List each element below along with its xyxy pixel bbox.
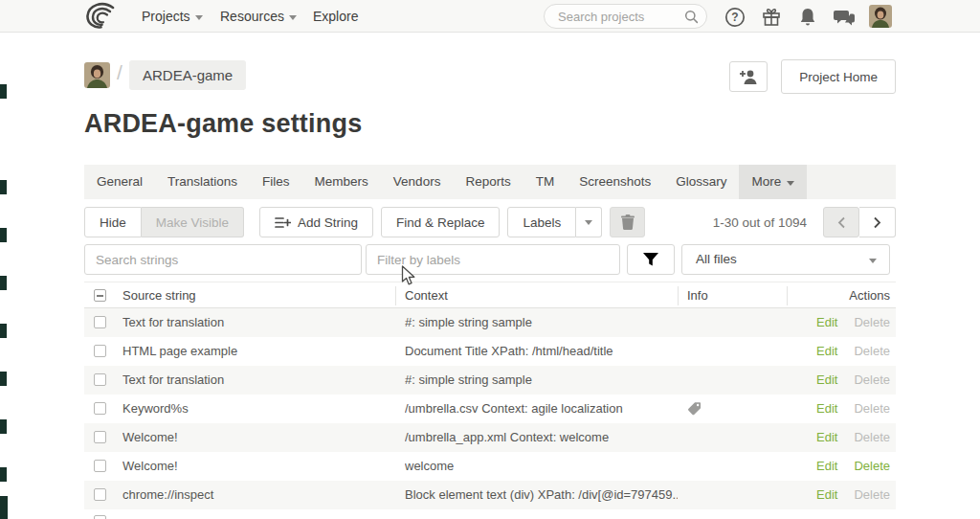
column-actions: Actions (849, 282, 890, 309)
row-checkbox[interactable] (94, 488, 106, 501)
source-string-text[interactable]: Text for translation (122, 308, 400, 337)
tab-vendors[interactable]: Vendors (381, 165, 454, 199)
row-checkbox[interactable] (94, 460, 106, 472)
invite-member-button[interactable] (729, 61, 768, 92)
tab-members[interactable]: Members (302, 165, 381, 199)
add-string-icon (275, 216, 291, 229)
edit-link[interactable]: Edit (816, 430, 837, 444)
nav-resources-label: Resources (220, 9, 284, 24)
filter-labels-input[interactable] (366, 244, 620, 275)
next-page-button[interactable] (859, 207, 896, 237)
chevron-left-icon (837, 216, 846, 229)
nav-explore-label: Explore (313, 9, 358, 24)
source-string-text[interactable]: Text for translation (122, 366, 400, 395)
delete-link[interactable]: Delete (854, 344, 890, 358)
row-checkbox[interactable] (94, 373, 106, 386)
delete-link[interactable]: Delete (854, 401, 890, 416)
delete-link[interactable]: Delete (854, 430, 890, 444)
chevron-down-icon (869, 259, 877, 263)
delete-link[interactable]: Delete (854, 372, 890, 387)
make-visible-button[interactable]: Make Visible (142, 207, 244, 237)
app-logo-icon[interactable] (82, 2, 119, 31)
file-filter-select[interactable]: All files (681, 244, 890, 275)
edit-link[interactable]: Edit (816, 459, 837, 473)
strings-toolbar: Hide Make Visible Add String Find & Repl… (84, 207, 896, 237)
filter-button[interactable] (627, 244, 675, 275)
edit-link[interactable]: Edit (816, 372, 837, 387)
labels-button[interactable]: Labels (507, 207, 576, 237)
prev-page-button[interactable] (823, 207, 859, 237)
nav-explore[interactable]: Explore (313, 0, 358, 33)
tab-tm[interactable]: TM (523, 165, 568, 199)
breadcrumb-separator: / (117, 61, 122, 84)
table-row: chrome://inspect Block element text (div… (84, 481, 896, 509)
add-string-button[interactable]: Add String (259, 207, 373, 237)
nav-projects-label: Projects (142, 9, 190, 24)
notifications-bell-icon[interactable] (796, 6, 819, 29)
tab-glossary[interactable]: Glossary (663, 165, 739, 199)
tab-files[interactable]: Files (250, 165, 302, 199)
edit-link[interactable]: Edit (816, 315, 837, 329)
gift-icon[interactable] (760, 6, 783, 29)
table-header: Source string Context Info Actions (84, 282, 896, 308)
tab-screenshots[interactable]: Screenshots (567, 165, 663, 199)
row-checkbox[interactable] (94, 316, 106, 328)
row-checkbox[interactable] (94, 402, 106, 415)
tab-translations[interactable]: Translations (155, 165, 250, 199)
edge-marker (0, 276, 7, 290)
projects-search-input[interactable] (558, 5, 682, 28)
tab-general[interactable]: General (84, 165, 155, 199)
source-string-text[interactable]: Welcome! (122, 452, 400, 481)
edge-marker (0, 496, 8, 519)
help-icon[interactable]: ? (724, 6, 746, 29)
edge-marker (0, 324, 7, 338)
edge-marker (0, 84, 7, 99)
add-person-icon (739, 69, 758, 84)
tab-more[interactable]: More (739, 165, 807, 199)
table-row: Text for translation #: simple string sa… (84, 308, 896, 337)
context-text: /umbrella.csv Context: agile localizatio… (405, 395, 678, 423)
delete-strings-button[interactable] (610, 207, 645, 237)
column-divider (678, 286, 679, 305)
project-avatar[interactable] (84, 62, 110, 88)
row-checkbox[interactable] (94, 515, 106, 519)
breadcrumb-project[interactable]: ARDEA-game (129, 60, 246, 90)
edit-link[interactable]: Edit (816, 487, 837, 502)
edit-link[interactable]: Edit (816, 344, 837, 358)
nav-resources[interactable]: Resources (220, 0, 297, 33)
info-cell (687, 401, 783, 416)
source-string-text[interactable]: HTML page example (122, 337, 400, 366)
table-row: Text for translation #: simple string sa… (84, 366, 896, 395)
chevron-down-icon (195, 15, 203, 20)
funnel-icon (642, 252, 659, 267)
nav-projects[interactable]: Projects (142, 0, 203, 33)
file-filter-value: All files (696, 252, 737, 266)
hide-button[interactable]: Hide (84, 207, 142, 237)
row-checkbox[interactable] (94, 345, 106, 357)
tab-label: Files (262, 174, 290, 189)
projects-search (544, 4, 707, 29)
source-string-text[interactable]: Keyword%s (122, 395, 400, 423)
delete-link[interactable]: Delete (854, 459, 890, 473)
tab-bar: GeneralTranslationsFilesMembersVendorsRe… (84, 165, 896, 199)
labels-dropdown-button[interactable] (576, 207, 602, 237)
column-context: Context (405, 282, 448, 309)
find-replace-button[interactable]: Find & Replace (381, 207, 500, 237)
table-row: Keyword%s /umbrella.csv Context: agile l… (84, 395, 896, 423)
chevron-right-icon (873, 216, 881, 229)
project-home-button[interactable]: Project Home (781, 59, 896, 94)
row-checkbox[interactable] (94, 431, 106, 443)
source-string-text[interactable]: chrome://inspect (122, 481, 400, 509)
user-avatar[interactable] (869, 5, 892, 28)
delete-link[interactable]: Delete (854, 315, 890, 329)
search-strings-input[interactable] (84, 244, 362, 275)
tab-label: Reports (465, 174, 510, 189)
select-all-checkbox[interactable] (94, 289, 106, 302)
source-string-text[interactable]: Welcome! (122, 423, 400, 452)
edit-link[interactable]: Edit (816, 401, 837, 416)
tab-reports[interactable]: Reports (453, 165, 523, 199)
messages-icon[interactable] (833, 6, 856, 29)
strings-table: Source string Context Info Actions Text … (84, 282, 896, 519)
search-icon[interactable] (684, 10, 699, 24)
delete-link[interactable]: Delete (854, 487, 890, 502)
